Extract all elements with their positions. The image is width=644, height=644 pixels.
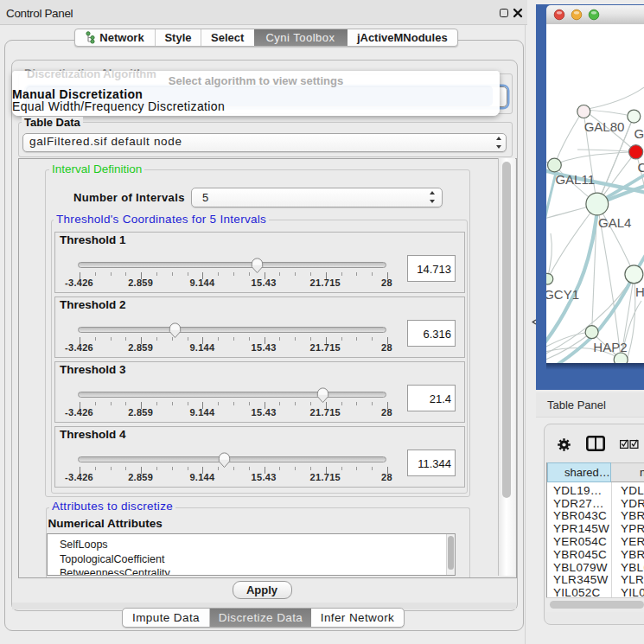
svg-text:GAL4: GAL4 — [598, 215, 631, 230]
svg-text:GCY1: GCY1 — [546, 287, 579, 302]
svg-text:H: H — [635, 284, 644, 299]
svg-text:GAL: GAL — [634, 126, 644, 141]
svg-text:GAL80: GAL80 — [584, 119, 625, 134]
svg-text:C: C — [638, 160, 644, 175]
svg-text:HAP2: HAP2 — [593, 340, 627, 354]
svg-text:GAL11: GAL11 — [555, 172, 595, 187]
